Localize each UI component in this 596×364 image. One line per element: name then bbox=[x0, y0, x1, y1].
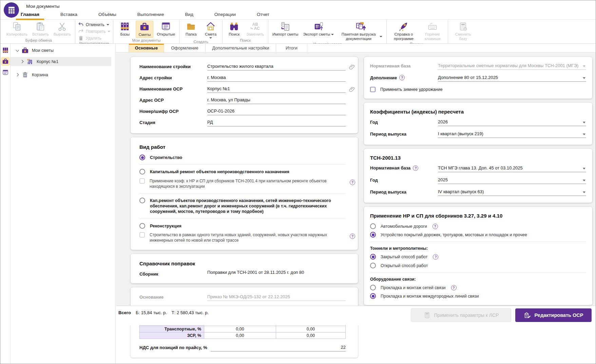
radio-icon[interactable] bbox=[139, 223, 145, 229]
radio-icon[interactable] bbox=[370, 263, 376, 268]
help-icon[interactable]: ? bbox=[451, 285, 457, 290]
tree-item-korpus1[interactable]: Корпус №1 bbox=[11, 57, 111, 66]
menu-tab-operacii[interactable]: Операции bbox=[210, 10, 241, 20]
coeff-year-select[interactable]: 2026 bbox=[438, 119, 586, 126]
help-icon[interactable]: ? bbox=[413, 165, 418, 171]
radio-icon[interactable] bbox=[139, 198, 145, 203]
radio-capital-nonprod[interactable]: Капитальный ремонт объектов непроизводст… bbox=[139, 169, 346, 175]
checkbox-winter[interactable]: Применить зимнее удорожание bbox=[370, 87, 586, 93]
copy-button[interactable]: Копировать bbox=[5, 21, 29, 37]
tree-item-my-estimates[interactable]: Мои сметы bbox=[11, 46, 115, 55]
help-icon[interactable]: ? bbox=[432, 224, 438, 229]
help-icon[interactable]: ? bbox=[399, 75, 405, 80]
radio-roads[interactable]: Автомобильные дороги ? bbox=[370, 223, 586, 229]
rail-bases-button[interactable] bbox=[1, 46, 10, 55]
paste-button[interactable]: Вставить bbox=[31, 21, 50, 37]
rail-opened-button[interactable] bbox=[1, 68, 10, 77]
help-icon[interactable]: ? bbox=[350, 180, 355, 185]
chevron-down-icon[interactable] bbox=[16, 48, 19, 52]
osr-number-input[interactable]: ОСР-01-2026 bbox=[207, 108, 346, 115]
menu-tab-vypolnenie[interactable]: Выполнение bbox=[133, 10, 169, 20]
bases-button[interactable]: Базы bbox=[116, 21, 134, 37]
new-estimate-button[interactable]: Смета bbox=[202, 21, 219, 39]
paperclip-icon[interactable] bbox=[349, 86, 355, 92]
stroyka-name-input[interactable]: Строительство жилого квартала bbox=[207, 64, 346, 70]
radio-closed-method[interactable]: Закрытый способ работ ? bbox=[370, 254, 586, 260]
zsr-equipment[interactable]: 0,00 bbox=[276, 332, 346, 339]
opened-button[interactable]: Открытые bbox=[155, 21, 176, 37]
stroyka-address-input[interactable]: г. Москва bbox=[207, 75, 346, 82]
tsn13-base-select[interactable]: ТСН МГЭ глава 13. Доп. 45 от 03.10.2025 bbox=[438, 165, 586, 172]
osr-name-input[interactable]: Корпус №1 bbox=[207, 86, 346, 93]
vat-input[interactable]: 22 bbox=[211, 345, 346, 351]
normative-base-select[interactable]: Территориальные сметные нормативы для Мо… bbox=[438, 63, 586, 70]
paperclip-icon[interactable] bbox=[349, 64, 355, 70]
search-button[interactable]: Поиск bbox=[225, 21, 243, 37]
radio-icon[interactable] bbox=[139, 169, 145, 175]
hotkeys-button[interactable]: Горячие клавиши bbox=[420, 21, 445, 42]
delete-button[interactable]: Удалить bbox=[78, 35, 111, 41]
estimates-button[interactable]: Сметы bbox=[136, 21, 153, 38]
apply-params-button[interactable]: Применить параметры к ЛСР bbox=[411, 308, 511, 322]
radio-selected-icon[interactable] bbox=[370, 232, 376, 238]
new-folder-button[interactable]: Папка bbox=[182, 21, 200, 37]
checkbox-icon[interactable] bbox=[139, 178, 145, 184]
estimate-dropdown-icon[interactable] bbox=[209, 37, 212, 39]
radio-selected-icon[interactable] bbox=[370, 293, 376, 299]
menu-tab-vstavka[interactable]: Вставка bbox=[56, 10, 82, 20]
redo-dropdown-icon[interactable] bbox=[108, 31, 110, 32]
undo-button[interactable]: Отменить bbox=[78, 22, 111, 27]
tree-item-trash[interactable]: Корзина bbox=[11, 70, 115, 79]
transport-materials[interactable]: 0,00 bbox=[204, 326, 276, 332]
chevron-right-icon[interactable] bbox=[20, 60, 24, 63]
checkbox-icon[interactable] bbox=[370, 87, 376, 92]
help-icon[interactable]: ? bbox=[433, 254, 438, 260]
redo-button[interactable]: Повторить bbox=[78, 28, 111, 34]
radio-icon[interactable] bbox=[370, 223, 376, 229]
about-button[interactable]: Справка о программе bbox=[389, 21, 418, 42]
import-estimate-button[interactable]: Импорт сметы bbox=[271, 21, 300, 37]
radio-reconstruction[interactable]: Реконструкция bbox=[139, 223, 346, 229]
radio-comm-networks[interactable]: Прокладка и монтаж сетей связи ? bbox=[370, 285, 586, 290]
radio-construction[interactable]: Строительство bbox=[139, 155, 346, 160]
tab-itogi[interactable]: Итоги bbox=[276, 44, 307, 52]
radio-capital-prod[interactable]: Кап.ремонт объектов производственного на… bbox=[139, 198, 346, 215]
tab-oformlenie[interactable]: Оформление bbox=[164, 44, 206, 52]
radio-selected-icon[interactable] bbox=[370, 254, 376, 260]
change-base-button[interactable]: Сменить базу bbox=[451, 21, 475, 42]
batch-upload-button[interactable]: Пакетная выгрузка документации bbox=[337, 21, 384, 42]
basis-input[interactable]: Приказ № МКЭ-ОД/25-132 от 22.12.2025 bbox=[207, 294, 346, 301]
sbornik-value[interactable]: Поправки для ТСН-2001 от 28.11.2025 г. д… bbox=[207, 270, 346, 277]
help-icon[interactable]: ? bbox=[350, 234, 355, 239]
radio-selected-icon[interactable] bbox=[139, 155, 145, 160]
tsn13-year-select[interactable]: 2025 bbox=[438, 177, 586, 184]
coeff-period-select[interactable]: I квартал (выпуск 219) bbox=[438, 131, 586, 138]
checkbox-tsn4[interactable]: Применение коэф. к НР и СП для сборников… bbox=[139, 178, 346, 189]
zsr-materials[interactable]: 0,00 bbox=[204, 332, 276, 339]
stage-input[interactable]: РД bbox=[207, 120, 346, 126]
edit-osr-button[interactable]: Редактировать ОСР bbox=[515, 308, 592, 322]
checkbox-new-networks[interactable]: Строительство в рамках одного титула нов… bbox=[139, 232, 346, 243]
radio-pavements[interactable]: Устройство покрытий дорожек, тротуаров, … bbox=[370, 232, 586, 238]
menu-tab-glavnaya[interactable]: Главная bbox=[16, 10, 44, 20]
menu-tab-obyomy[interactable]: Объёмы bbox=[94, 10, 121, 20]
tab-osnovnye[interactable]: Основные bbox=[129, 44, 164, 52]
radio-open-method[interactable]: Открытый способ работ bbox=[370, 263, 586, 268]
supplement-select[interactable]: Дополнение 80 от 15.12.2025 bbox=[438, 75, 586, 82]
tsn13-period-select[interactable]: IV квартал (выпуск 63) bbox=[438, 189, 586, 196]
menu-tab-vid[interactable]: Вид bbox=[180, 10, 198, 20]
replace-button[interactable]: AB AC Заменить bbox=[245, 21, 265, 37]
export-estimate-button[interactable]: Экспорт сметы bbox=[302, 21, 335, 37]
rail-estimates-button[interactable] bbox=[1, 57, 10, 66]
tab-dop-nastroyki[interactable]: Дополнительные настройки bbox=[206, 44, 276, 52]
menu-tab-otchet[interactable]: Отчет bbox=[252, 10, 274, 20]
radio-comm-longdist[interactable]: Прокладка и монтаж междугородных линий с… bbox=[370, 293, 586, 299]
checkbox-icon[interactable] bbox=[139, 232, 145, 238]
osr-address-input[interactable]: г. Москва, ул Правды bbox=[207, 97, 346, 104]
transport-equipment[interactable]: 0,00 bbox=[276, 326, 346, 332]
radio-icon[interactable] bbox=[370, 285, 376, 290]
export-dropdown-icon[interactable] bbox=[331, 34, 334, 35]
batch-dropdown-icon[interactable] bbox=[380, 36, 382, 37]
cut-button[interactable]: Вырезать bbox=[52, 21, 72, 37]
undo-dropdown-icon[interactable] bbox=[107, 24, 109, 25]
